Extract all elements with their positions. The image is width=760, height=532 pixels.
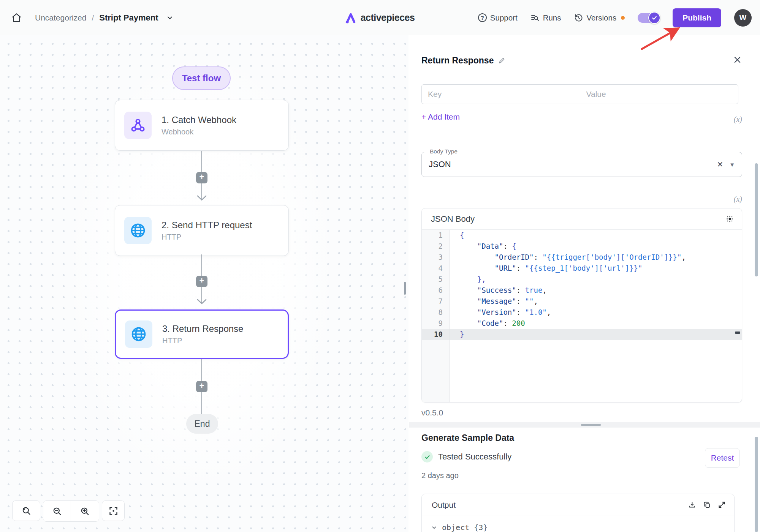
arrowhead-icon bbox=[196, 299, 207, 305]
unpublished-changes-dot bbox=[621, 16, 625, 20]
activepieces-logo-icon bbox=[345, 12, 357, 24]
panel-resize-handle[interactable] bbox=[404, 282, 406, 295]
code-line[interactable]: }, bbox=[450, 274, 742, 285]
code-line[interactable]: { bbox=[450, 230, 742, 241]
line-number: 9 bbox=[422, 318, 450, 329]
chevron-down-icon[interactable] bbox=[166, 14, 174, 22]
support-label: Support bbox=[490, 13, 518, 22]
flow-node-catch-webhook[interactable]: 1. Catch Webhook Webhook bbox=[115, 100, 289, 151]
generate-sample-data-heading: Generate Sample Data bbox=[421, 433, 514, 443]
panel-scrollbar-thumb[interactable] bbox=[755, 163, 758, 276]
versions-button[interactable]: Versions bbox=[574, 13, 617, 22]
copy-icon[interactable] bbox=[703, 501, 711, 509]
support-button[interactable]: ? Support bbox=[478, 13, 518, 22]
clear-selection-icon[interactable]: ✕ bbox=[711, 160, 729, 169]
fit-view-button[interactable] bbox=[102, 500, 125, 521]
code-lines[interactable]: { "Data": { "OrderID": "{{trigger['body'… bbox=[450, 230, 742, 403]
line-number: 8 bbox=[422, 307, 450, 318]
body-type-label: Body Type bbox=[427, 148, 460, 155]
key-input[interactable] bbox=[422, 90, 580, 99]
flow-node-return-response[interactable]: 3. Return Response HTTP bbox=[115, 309, 289, 359]
code-line[interactable]: "Version": "1.0", bbox=[450, 307, 742, 318]
code-line[interactable]: "Success": true, bbox=[450, 285, 742, 296]
retest-button[interactable]: Retest bbox=[705, 448, 740, 468]
flow-node-send-http[interactable]: 2. Send HTTP request HTTP bbox=[115, 205, 289, 256]
insert-variable-icon[interactable]: (x) bbox=[719, 115, 742, 124]
test-flow-button[interactable]: Test flow bbox=[172, 66, 231, 90]
line-number: 1 bbox=[422, 230, 450, 241]
question-icon: ? bbox=[478, 13, 487, 22]
avatar[interactable]: W bbox=[734, 9, 752, 27]
top-bar-actions: ? Support Runs Versions Pub bbox=[478, 0, 752, 35]
body-type-value: JSON bbox=[429, 159, 711, 169]
flow-end-label: End bbox=[186, 414, 218, 434]
add-step-button[interactable]: + bbox=[196, 172, 207, 183]
step-settings-panel: Return Response + Add Item (x) Body Type… bbox=[409, 35, 760, 532]
node-subtitle: HTTP bbox=[162, 336, 243, 345]
runs-icon bbox=[530, 13, 540, 22]
flow-name[interactable]: Stript Payment bbox=[99, 13, 158, 23]
insert-variable-icon[interactable]: (x) bbox=[719, 195, 742, 204]
node-title: 2. Send HTTP request bbox=[162, 220, 252, 230]
add-step-button[interactable]: + bbox=[196, 276, 207, 287]
brand-logo: activepieces bbox=[345, 0, 415, 35]
json-body-label: JSON Body bbox=[431, 214, 725, 224]
flow-builder-app: Uncategorized / Stript Payment activepie… bbox=[0, 0, 760, 532]
home-icon[interactable] bbox=[10, 11, 23, 24]
test-status-label: Tested Successfully bbox=[438, 452, 511, 462]
node-subtitle: Webhook bbox=[162, 128, 236, 136]
body-type-select[interactable]: Body Type JSON ✕ ▼ bbox=[421, 152, 742, 177]
output-tree-root-row[interactable]: object {3} bbox=[422, 516, 734, 532]
node-title: 1. Catch Webhook bbox=[162, 115, 236, 125]
top-bar: Uncategorized / Stript Payment activepie… bbox=[0, 0, 760, 35]
bottom-scrollbar-thumb[interactable] bbox=[755, 437, 758, 532]
zoom-reset-button[interactable] bbox=[12, 500, 40, 521]
test-time-label: 2 days ago bbox=[421, 471, 459, 480]
breadcrumb-folder[interactable]: Uncategorized bbox=[35, 13, 86, 22]
panel-section-divider bbox=[409, 422, 760, 428]
line-number: 7 bbox=[422, 296, 450, 307]
expand-icon[interactable] bbox=[718, 501, 726, 509]
piece-version-label: v0.5.0 bbox=[421, 408, 443, 417]
line-number: 2 bbox=[422, 241, 450, 252]
breadcrumb-separator: / bbox=[92, 13, 94, 22]
runs-label: Runs bbox=[543, 13, 561, 22]
output-label: Output bbox=[432, 500, 688, 510]
history-icon bbox=[574, 13, 583, 22]
close-icon[interactable] bbox=[733, 55, 742, 64]
editor-scrollbar-thumb[interactable] bbox=[735, 332, 740, 334]
key-value-row bbox=[421, 84, 738, 104]
divider-drag-handle[interactable] bbox=[581, 424, 601, 426]
zoom-in-button[interactable] bbox=[71, 501, 99, 521]
add-item-link[interactable]: + Add Item bbox=[421, 112, 460, 122]
brand-logo-text: activepieces bbox=[361, 12, 415, 23]
zoom-out-button[interactable] bbox=[43, 501, 71, 521]
code-line[interactable]: "Message": "", bbox=[450, 296, 742, 307]
output-tree-root-label: object {3} bbox=[442, 523, 488, 532]
download-icon[interactable] bbox=[688, 501, 696, 509]
globe-icon bbox=[125, 320, 152, 348]
code-line[interactable]: "OrderID": "{{trigger['body']['OrderID']… bbox=[450, 252, 742, 263]
add-step-button[interactable]: + bbox=[196, 381, 207, 392]
json-code-editor[interactable]: 12345678910 { "Data": { "OrderID": "{{tr… bbox=[422, 230, 742, 403]
line-number: 6 bbox=[422, 285, 450, 296]
code-line[interactable]: "Data": { bbox=[450, 241, 742, 252]
node-title: 3. Return Response bbox=[162, 324, 243, 334]
runs-button[interactable]: Runs bbox=[530, 13, 561, 22]
arrowhead-icon bbox=[196, 195, 207, 201]
edit-name-pencil-icon[interactable] bbox=[498, 57, 505, 64]
code-line[interactable]: "Code": 200 bbox=[450, 318, 742, 329]
ai-sparkle-icon[interactable] bbox=[725, 215, 734, 223]
node-subtitle: HTTP bbox=[162, 233, 252, 242]
flow-canvas[interactable]: Test flow 1. Catch Webhook Webhook + bbox=[0, 35, 408, 532]
dropdown-caret-icon[interactable]: ▼ bbox=[729, 161, 735, 168]
toggle-check-icon bbox=[648, 12, 660, 24]
line-number: 10 bbox=[422, 329, 450, 340]
line-number: 4 bbox=[422, 263, 450, 274]
value-input[interactable] bbox=[580, 90, 738, 99]
flow-enabled-toggle[interactable] bbox=[638, 13, 660, 23]
code-line[interactable]: "URL": "{{step_1['body']['url']}}" bbox=[450, 263, 742, 274]
publish-button[interactable]: Publish bbox=[673, 8, 721, 27]
code-line[interactable]: } bbox=[450, 329, 742, 340]
output-card: Output object {3} bbox=[421, 494, 735, 532]
